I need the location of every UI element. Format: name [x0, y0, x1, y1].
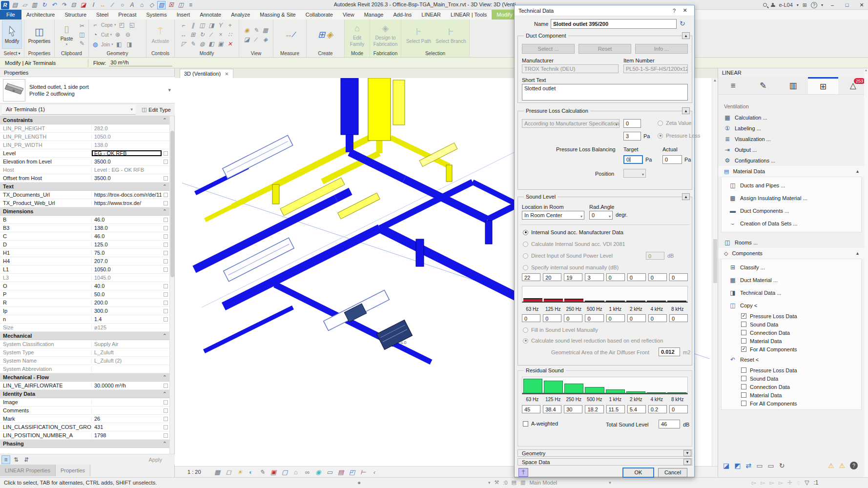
property-row[interactable]: Level EG - OK RFB	[0, 149, 170, 158]
linear-menu-tab[interactable]: ≡	[718, 77, 748, 94]
associate-parameter-box[interactable]	[164, 384, 168, 388]
ribbon-tab[interactable]: Annotate	[195, 10, 226, 20]
property-row[interactable]: P 50.0	[0, 290, 170, 299]
material-data-header[interactable]: ▤ Material Data ▲	[718, 166, 865, 177]
actual-input[interactable]: 0	[662, 155, 682, 164]
apply-button[interactable]: Apply	[141, 456, 170, 464]
dialog-title-bar[interactable]: Technical Data ? ✕	[515, 5, 694, 16]
reveal-hidden-icon[interactable]: ◉	[314, 468, 323, 477]
copy-option-checkbox[interactable]: Sound Data	[722, 320, 861, 328]
group-label-modify[interactable]: Modify	[175, 50, 239, 57]
select-links-toggle-icon[interactable]: ▻	[752, 479, 756, 486]
property-row[interactable]: B 46.0	[0, 216, 170, 224]
transfer-icon[interactable]: ◪	[79, 1, 87, 9]
display-icon[interactable]: ◪	[243, 35, 251, 44]
property-row[interactable]: Size ø125	[0, 324, 170, 332]
aligned-dimension-icon[interactable]: ↔	[99, 1, 107, 9]
calculation-item[interactable]: ▦ Calculation ...	[718, 112, 865, 123]
help-icon[interactable]: ?	[811, 2, 817, 8]
property-section-header[interactable]: Text ⌃	[0, 183, 170, 191]
section-icon[interactable]: ◇	[147, 1, 156, 9]
reduction-input[interactable]: 0	[522, 314, 540, 322]
redo-icon[interactable]: ↷	[60, 1, 68, 9]
property-row[interactable]: H1 75.0	[0, 249, 170, 257]
geometric-area-field[interactable]: 0.012	[659, 347, 680, 356]
flag-tool-icon[interactable]: ◩	[734, 462, 741, 469]
ribbon-tab[interactable]: Collaborate	[301, 10, 338, 20]
similar-icon[interactable]: ⊞	[318, 29, 325, 40]
reduction-input[interactable]: 0	[648, 314, 667, 322]
minimize-button[interactable]: –	[827, 0, 838, 9]
activate-button[interactable]: ⍑ Activate	[149, 20, 172, 49]
offset-icon[interactable]: ∥	[188, 21, 197, 30]
design-to-fabrication-button[interactable]: ◈ Design toFabrication	[374, 20, 397, 49]
property-row[interactable]: n 1.4	[0, 315, 170, 324]
default-3d-view-icon[interactable]: ⌂	[138, 1, 146, 9]
design-option-dropdown-icon[interactable]: ▾	[609, 480, 611, 485]
labeling-item[interactable]: ① Labeling ...	[718, 123, 865, 134]
output-item[interactable]: ⇥ Output ...	[718, 144, 865, 155]
ribbon-tab[interactable]: Manage	[359, 10, 389, 20]
select-branch-button[interactable]: Ͱ Select Branch	[435, 20, 467, 49]
reset-option-checkbox[interactable]: Material Data	[722, 391, 861, 399]
manual-sound-input[interactable]: 0	[669, 273, 688, 281]
box-tool-icon[interactable]: ▭	[756, 462, 763, 469]
manual-sound-input[interactable]: 3	[585, 273, 603, 281]
property-row[interactable]: LIN_POSITION_NUMBER_A 1798	[0, 431, 170, 440]
a-weighted-checkbox[interactable]: A-weighted	[523, 421, 558, 427]
view-scrollbar[interactable]: ▲	[712, 78, 718, 466]
associate-parameter-box[interactable]	[164, 284, 168, 288]
reset-button[interactable]: Reset	[579, 44, 631, 54]
associate-parameter-box[interactable]	[164, 301, 168, 305]
property-row[interactable]: Image	[0, 398, 170, 407]
associate-parameter-box[interactable]	[164, 160, 168, 164]
reset-option-checkbox[interactable]: Connection Data	[722, 383, 861, 391]
ribbon-tab[interactable]: Systems	[141, 10, 171, 20]
associate-parameter-box[interactable]	[164, 234, 168, 239]
info-button[interactable]: Info ...	[635, 44, 688, 54]
join-icon[interactable]: ◍	[91, 40, 100, 49]
duct-components-item[interactable]: ▬ Duct Components ...	[722, 204, 861, 217]
linear-scrollbar[interactable]: ▲	[864, 68, 868, 477]
geometry-section-bar[interactable]: Geometry ▼	[517, 449, 692, 457]
switch-windows-icon[interactable]: ◫	[177, 1, 185, 9]
property-row[interactable]: LIN_VE_AIRFLOWRATE 30.0000 m³/h	[0, 382, 170, 390]
ribbon-tab[interactable]: Massing & Site	[255, 10, 300, 20]
sun-path-icon[interactable]: ☀	[235, 468, 245, 477]
reduction-input[interactable]: 0	[606, 314, 625, 322]
total-sound-field[interactable]: 46	[659, 420, 680, 428]
properties-palette-title[interactable]: Properties	[0, 68, 174, 77]
view-tab[interactable]: 3D (Ventilation) ✕	[180, 69, 233, 78]
linear-balance-tab[interactable]: △253	[838, 77, 868, 94]
property-row[interactable]: Ip 300.0	[0, 307, 170, 315]
select-button[interactable]: Select ...	[522, 44, 575, 54]
filter-icon[interactable]: ▽	[805, 479, 809, 486]
edit-type-button[interactable]: ◫ Edit Type	[138, 104, 175, 115]
worksharing-display-icon[interactable]: ▭	[325, 468, 334, 477]
reduction-input[interactable]: 0	[669, 314, 688, 322]
save-icon[interactable]: ▥	[30, 1, 39, 9]
hide-icon[interactable]: ✎	[252, 26, 261, 35]
configurations-item[interactable]: ⚙ Configurations ...	[718, 155, 865, 166]
palette-tab[interactable]: Properties	[56, 465, 90, 476]
property-row[interactable]: Host Level : EG - OK RFB	[0, 166, 170, 174]
temporary-view-properties-icon[interactable]: ▤	[336, 468, 346, 477]
group-label-measure[interactable]: Measure	[273, 50, 306, 57]
palette-tab[interactable]: LINEAR Properties	[0, 465, 56, 476]
property-row[interactable]: R 200.0	[0, 299, 170, 307]
geometry-extra6-icon[interactable]: ◨	[125, 40, 134, 49]
modify-pin-icon[interactable]: Ⅰ	[89, 1, 97, 9]
rooms-item[interactable]: ◫ Rooms ...	[718, 237, 865, 248]
box-delete-tool-icon[interactable]: ▭	[767, 462, 774, 469]
associate-parameter-box[interactable]	[164, 417, 168, 421]
collapse-pressure-loss-icon[interactable]: ▲	[682, 107, 690, 114]
property-row[interactable]: LIN_PR_WIDTH 138.0	[0, 141, 170, 149]
paste-button[interactable]: ▯ Paste▾	[57, 20, 77, 49]
property-row[interactable]: System Name L_Zuluft (2)	[0, 357, 170, 365]
visibility-icon[interactable]: ◉	[243, 26, 251, 35]
group-label-properties[interactable]: Properties	[24, 50, 54, 57]
type-selector[interactable]: Slotted outlet, 1 side port Profile 2 ou…	[0, 77, 175, 103]
dialog-help-icon[interactable]: ?	[669, 8, 680, 14]
type-dropdown-icon[interactable]: ▾	[168, 87, 171, 93]
warning-icon[interactable]: ⚠	[828, 462, 834, 469]
